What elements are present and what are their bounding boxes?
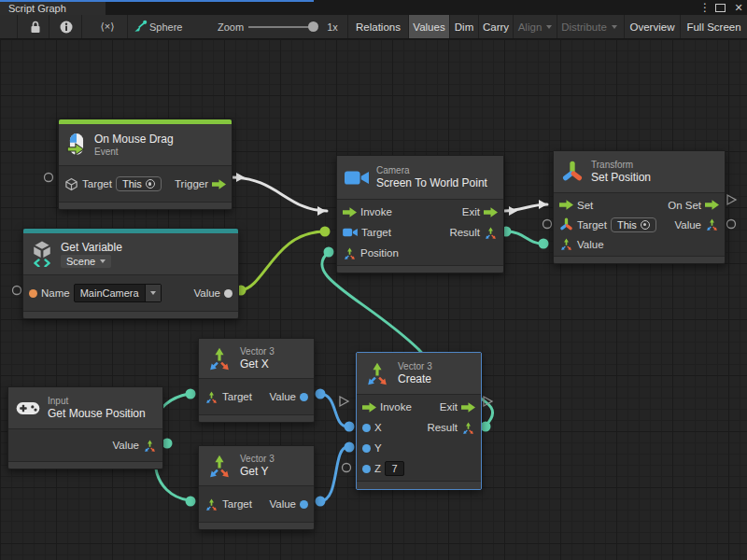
value-port[interactable] (224, 289, 233, 298)
zoom-slider-handle[interactable] (308, 21, 318, 32)
node-category: Vector 3 (240, 454, 275, 464)
target-port-label: Target (222, 391, 252, 402)
graph-toolbar: ⟨×⟩ Sphere Zoom 1x Relations Values Dim … (0, 15, 747, 39)
variable-kind-dropdown[interactable]: Scene (61, 255, 111, 268)
value-port[interactable] (300, 500, 308, 509)
set-port-label: Set (577, 200, 593, 211)
camera-port-icon[interactable] (343, 228, 358, 237)
node-on-mouse-drag[interactable]: On Mouse Drag Event Target This Trigger (58, 119, 233, 210)
z-port[interactable] (362, 465, 371, 473)
y-port[interactable] (362, 444, 371, 453)
node-category: Vector 3 (398, 361, 432, 371)
mouse-drag-icon (66, 133, 87, 157)
invoke-port-label: Invoke (380, 401, 412, 413)
vector3-port-icon[interactable] (705, 217, 719, 231)
node-title: Get X (240, 357, 275, 371)
value-in-port-label: Value (577, 239, 604, 250)
node-footer (554, 256, 725, 263)
vector3-icon (206, 345, 233, 371)
close-icon[interactable]: ✕ (732, 1, 745, 14)
trigger-port-label: Trigger (175, 178, 208, 189)
node-title: Screen To World Point (376, 176, 487, 189)
full-screen-button[interactable]: Full Screen (680, 15, 747, 38)
vector3-port-icon[interactable] (343, 246, 357, 260)
lock-button[interactable] (24, 15, 47, 38)
window-menu-icon[interactable]: ⋮ (699, 1, 711, 14)
y-port-label: Y (374, 442, 382, 454)
tab-title: Script Graph (8, 3, 66, 14)
variable-name-dropdown[interactable]: MainCamera (74, 284, 162, 302)
camera-icon (345, 170, 369, 186)
flow-arrow-icon[interactable] (461, 402, 475, 413)
flow-arrow-icon[interactable] (343, 207, 357, 217)
breadcrumb-graph-name[interactable]: Sphere (149, 15, 192, 38)
node-title: Get Mouse Position (48, 407, 146, 420)
node-get-mouse-position[interactable]: Input Get Mouse Position Value (7, 386, 163, 469)
caret-down-icon (612, 25, 617, 29)
relations-button[interactable]: Relations (347, 15, 408, 38)
value-port-label: Value (112, 440, 139, 451)
flow-arrow-icon[interactable] (705, 200, 719, 210)
distribute-button[interactable]: Distribute (557, 15, 621, 38)
caret-down-icon (100, 259, 106, 263)
flow-arrow-icon[interactable] (212, 179, 226, 189)
toolbar-separator (17, 15, 18, 38)
node-title: Create (398, 372, 432, 385)
node-screen-to-world-point[interactable]: Camera Screen To World Point Invoke Exit… (336, 155, 504, 273)
flow-arrow-icon[interactable] (484, 207, 498, 217)
get-variable-icon (31, 241, 53, 267)
z-port-label: Z (374, 463, 381, 474)
gamepad-icon (16, 401, 40, 415)
vector3-port-icon[interactable] (143, 439, 157, 453)
value-out-port-label: Value (674, 219, 701, 231)
toolbar-separator (127, 15, 128, 38)
value-port[interactable] (300, 393, 308, 401)
overview-button[interactable]: Overview (624, 15, 680, 38)
node-set-position[interactable]: Transform Set Position Set On Set Target… (553, 150, 726, 264)
code-view-button[interactable]: ⟨×⟩ (90, 15, 125, 38)
caret-down-icon (150, 291, 156, 295)
align-button[interactable]: Align (513, 15, 557, 38)
dropdown-caret-button[interactable] (145, 285, 161, 301)
vector3-port-icon[interactable] (204, 497, 218, 511)
name-port[interactable] (29, 289, 37, 298)
node-footer (337, 265, 503, 273)
x-port[interactable] (362, 424, 371, 432)
transform-port-icon[interactable] (559, 217, 573, 231)
values-button[interactable]: Values (408, 15, 449, 38)
maximize-icon[interactable] (715, 4, 726, 12)
carry-button[interactable]: Carry (478, 15, 513, 38)
node-subtitle: Event (94, 147, 174, 157)
dim-button[interactable]: Dim (449, 15, 478, 38)
node-get-y[interactable]: Vector 3 Get Y Target Value (198, 445, 315, 530)
vector3-port-icon[interactable] (484, 226, 498, 240)
node-footer (199, 414, 314, 422)
caret-down-icon (546, 25, 552, 29)
zoom-label: Zoom (215, 15, 247, 38)
node-title: Set Position (591, 171, 651, 184)
node-vector3-create[interactable]: Vector 3 Create Invoke Exit X Result (356, 352, 482, 490)
zoom-slider[interactable] (248, 26, 317, 28)
toolbar-separator (81, 15, 82, 38)
info-button[interactable] (54, 15, 78, 38)
node-category: Transform (591, 160, 651, 170)
tab-script-graph[interactable]: Script Graph (0, 2, 106, 15)
vector3-port-icon[interactable] (204, 390, 218, 404)
node-title: On Mouse Drag (94, 133, 174, 146)
node-get-x[interactable]: Vector 3 Get X Target Value (198, 338, 315, 423)
info-icon (60, 21, 73, 34)
flow-arrow-icon[interactable] (559, 200, 573, 210)
exit-port-label: Exit (462, 206, 480, 217)
gameobject-cube-icon (64, 177, 78, 191)
toolbar-separator (49, 15, 49, 38)
node-category: Camera (376, 165, 487, 175)
vector3-port-icon[interactable] (559, 237, 573, 251)
zoom-value: 1x (323, 15, 342, 38)
z-value-input[interactable]: 7 (385, 461, 404, 476)
vector3-port-icon[interactable] (461, 421, 475, 435)
flow-arrow-icon[interactable] (362, 402, 376, 413)
node-get-variable[interactable]: Get Variable Scene Name MainCamera Value (22, 228, 239, 319)
this-target-chip[interactable]: This (611, 217, 656, 232)
tab-bar: Script Graph ⋮ ✕ (0, 0, 747, 15)
this-target-chip[interactable]: This (116, 176, 162, 191)
